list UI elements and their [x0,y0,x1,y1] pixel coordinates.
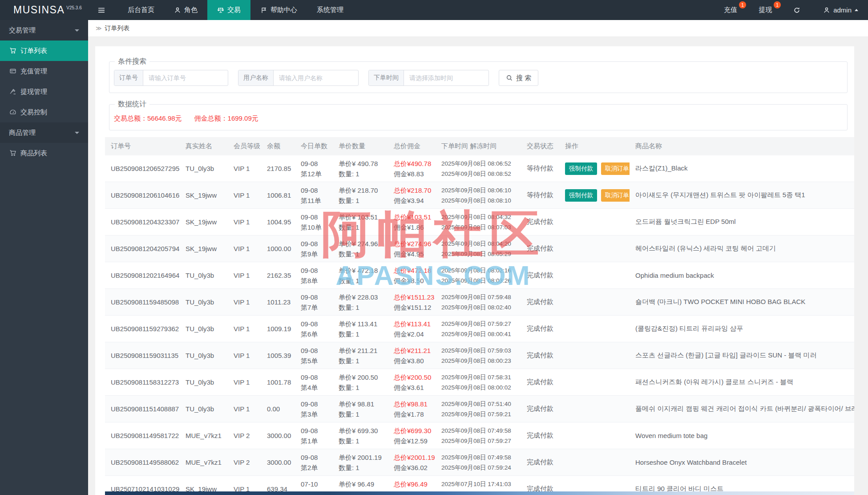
search-fields: 订单号用户名称下单时间 [114,70,499,86]
balance-cell: 1006.81 [261,182,295,209]
order-no-cell: UB2509081151408887 [105,396,180,422]
column-header: 商品名称 [630,137,854,155]
hamburger-icon [98,7,105,14]
actions-cell [559,289,630,316]
real-name-cell: TU_0ly3b [180,155,228,182]
trade-status-cell: 完成付款 [521,262,559,289]
field-input[interactable] [404,70,489,85]
search-field-0: 订单号 [114,70,228,86]
table-row: UB2509081149581722MUE_v7kz1VIP 23000.000… [105,422,854,449]
sidebar-toggle-button[interactable] [88,0,118,20]
nav-item-2[interactable]: 交易 [207,0,250,20]
actions-cell [559,209,630,235]
order-times-cell: 2025年09月08日 07:49:582025年09月08日 07:59:24 [436,449,521,476]
balance-cell: 3000.00 [261,449,295,476]
field-input[interactable] [274,70,358,85]
card-icon [9,68,16,75]
search-field-1: 用户名称 [238,70,359,86]
order-no-cell: UB2509081202164964 [105,262,180,289]
trade-status-cell: 完成付款 [521,316,559,342]
sidebar-item-label: 交易控制 [20,108,47,117]
nav-item-4[interactable]: 系统管理 [307,0,353,20]
recharge-button[interactable]: 充值 1 [714,0,749,20]
search-button[interactable]: 搜 索 [499,70,538,86]
sidebar-item[interactable]: 充值管理 [0,61,88,81]
product-name-cell: 패션스니커즈화 (아워 레가시) 클로브 스니커즈 - 블랙 [630,369,854,396]
balance-cell: 3000.00 [261,422,295,449]
column-header: 总价佣金 [388,137,436,155]
field-label: 用户名称 [238,70,274,85]
withdraw-badge: 1 [774,1,781,8]
total-amount-label: 交易总额： [114,114,147,122]
order-no-cell: UB2509081159031135 [105,342,180,369]
sidebar-item[interactable]: 商品列表 [0,143,88,163]
product-name-cell: 헤어스타일러 (유닉스) 세라믹 코팅 헤어 고데기 [630,235,854,262]
vip-level-cell: VIP 1 [228,396,261,422]
brand-logo[interactable]: MUSINSA V25.3.6 [0,0,88,20]
table-row: UB2509081158312273TU_0ly3bVIP 11001.7809… [105,369,854,396]
trade-status-cell: 完成付款 [521,422,559,449]
total-commission-cell: 总价¥113.41佣金¥2.04 [388,316,436,342]
price-qty-cell: 单价¥ 218.70数量: 1 [333,182,388,209]
sidebar-group-1[interactable]: 商品管理 [0,122,88,143]
sidebar-item[interactable]: 订单列表 [0,41,88,61]
chevron-down-icon [75,132,79,134]
refresh-button[interactable] [783,0,813,20]
product-name-cell: (쿨링감&진정) 티트리 퓨리파잉 샴푸 [630,316,854,342]
actions-cell [559,316,630,342]
column-header: 操作 [559,137,630,155]
withdraw-label: 提现 [759,6,772,14]
sidebar-item-label: 订单列表 [20,47,47,55]
balance-cell: 2170.85 [261,155,295,182]
order-no-cell: UB2509081159485098 [105,289,180,316]
table-row: UB2509081159485098TU_0ly3bVIP 11011.2309… [105,289,854,316]
today-orders-cell: 09-08第9单 [295,235,333,262]
real-name-cell: TU_0ly3b [180,316,228,342]
cart-icon [9,150,16,157]
sidebar-item-label: 提现管理 [20,88,47,96]
nav-item-1[interactable]: 角色 [164,0,207,20]
bottom-watermark-strip [105,491,854,495]
nav-item-label: 后台首页 [128,6,154,14]
main-card: 条件搜索 订单号用户名称下单时间 搜 索 数据统计 交易总额：56646.98元… [95,46,854,495]
sidebar-item-label: 充值管理 [20,67,47,76]
user-menu[interactable]: admin [813,0,868,20]
today-orders-cell: 09-08第6单 [295,316,333,342]
order-times-cell: 2025年09月08日 08:04:202025年09月08日 08:05:29 [436,235,521,262]
vip-level-cell: VIP 1 [228,316,261,342]
sidebar-item[interactable]: 提现管理 [0,81,88,102]
column-header: 余额 [261,137,295,155]
nav-item-label: 帮助中心 [270,6,297,14]
breadcrumb-current: 订单列表 [105,24,130,32]
product-name-cell: Woven medium tote bag [630,422,854,449]
content-area: 条件搜索 订单号用户名称下单时间 搜 索 数据统计 交易总额：56646.98元… [88,37,868,495]
nav-item-label: 交易 [227,6,241,14]
force-pay-button[interactable]: 强制付款 [565,162,597,175]
cancel-order-button[interactable]: 取消订单 [601,189,630,202]
nav-item-3[interactable]: 帮助中心 [250,0,307,20]
sidebar-group-0[interactable]: 交易管理 [0,20,88,41]
breadcrumb-icon: ≫ [96,25,102,32]
order-no-cell: UB2509081206104616 [105,182,180,209]
actions-cell: 强制付款取消订单 [559,182,630,209]
order-no-cell: UB2509081204205794 [105,235,180,262]
real-name-cell: SK_19jww [180,182,228,209]
field-label: 下单时间 [369,70,404,85]
field-input[interactable] [143,70,228,85]
table-row: UB2509081204205794SK_19jwwVIP 11000.0009… [105,235,854,262]
total-commission-cell: 总价¥1511.23佣金¥151.12 [388,289,436,316]
total-commission-cell: 总价¥211.21佣金¥3.80 [388,342,436,369]
brand-name: MUSINSA [13,4,65,16]
today-orders-cell: 09-08第1单 [295,422,333,449]
vip-level-cell: VIP 2 [228,422,261,449]
force-pay-button[interactable]: 强制付款 [565,189,597,202]
cancel-order-button[interactable]: 取消订单 [601,162,630,175]
table-row: UB2509081149588062MUE_v7kz1VIP 23000.000… [105,449,854,476]
nav-item-0[interactable]: 后台首页 [118,0,164,20]
sidebar-item[interactable]: 交易控制 [0,102,88,122]
scale-icon [217,7,224,14]
actions-cell: 强制付款取消订单 [559,155,630,182]
column-header: 订单号 [105,137,180,155]
withdraw-button[interactable]: 提现 1 [749,0,783,20]
real-name-cell: SK_19jww [180,235,228,262]
